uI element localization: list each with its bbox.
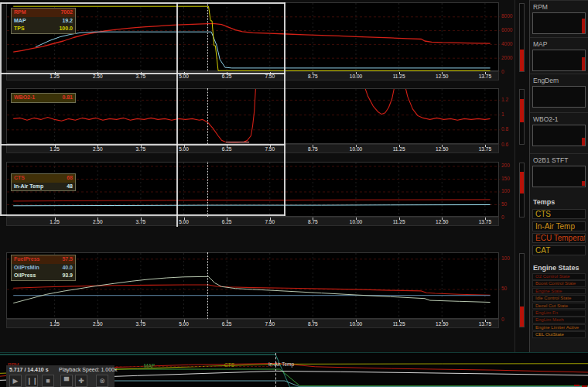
legend-series-value: 100.0	[59, 26, 73, 33]
press-gauge-fill	[520, 307, 524, 327]
temp-gauge-fill	[520, 172, 524, 194]
x-tick-label: 13.75	[479, 146, 491, 152]
x-tick-label: 6.25	[222, 321, 232, 327]
x-tick-label: 11.25	[393, 146, 405, 152]
chart-legend-1[interactable]: RPM7002MAP19.2TPS100.0	[11, 8, 76, 34]
chart-plot-4[interactable]	[6, 252, 499, 319]
legend-series-name: OilPrsMin	[14, 265, 39, 272]
stop-button[interactable]: ■	[42, 375, 54, 387]
x-tick-label: 2.50	[93, 74, 103, 79]
selection-start-line[interactable]	[176, 2, 178, 227]
legend-series-name: In-Air Temp	[14, 183, 43, 190]
legend-row[interactable]: RPM7002	[12, 9, 75, 17]
y-tick-label: 1.2	[501, 97, 508, 102]
legend-series-value: 7002	[60, 9, 73, 16]
engine-state-item-engine-limiter-active[interactable]: Engine Limiter Active	[532, 324, 586, 331]
sidebar-gauge-box-o2b1-stft[interactable]	[532, 166, 586, 187]
sidebar-divider	[530, 153, 588, 154]
y-tick-label: 100	[501, 255, 510, 261]
y-tick-label: 0.8	[501, 126, 508, 132]
chart-plot-3[interactable]	[6, 162, 499, 217]
overview-label-map: MAP	[144, 363, 155, 368]
legend-series-value: 93.9	[62, 272, 73, 279]
selection-left-edge[interactable]	[0, 2, 2, 216]
x-tick-label: 3.75	[136, 74, 146, 79]
playhead-cursor[interactable]	[207, 88, 208, 144]
legend-series-value: 40.0	[62, 265, 73, 272]
speed-down-button[interactable]: ▀	[60, 375, 73, 387]
y-tick-label: 0	[501, 214, 504, 220]
x-axis-strip-3: 1.252.503.755.006.257.508.7510.0011.2512…	[6, 217, 499, 226]
temps-item-in-air-temp[interactable]: In-Air Temp	[532, 221, 586, 231]
chart-legend-2[interactable]: WBO2-10.81	[11, 93, 76, 103]
sidebar-gauge-box-engdem[interactable]	[532, 86, 586, 108]
chart-legend-3[interactable]: CTS68In-Air Temp48	[11, 173, 76, 191]
sidebar-gauge-box-map[interactable]	[532, 50, 586, 71]
playhead-cursor[interactable]	[207, 162, 208, 217]
temps-item-ecu-temperature[interactable]: ECU Temperature	[532, 233, 586, 243]
temps-section-header: Temps	[533, 198, 555, 206]
x-tick-label: 10.00	[350, 321, 362, 327]
sidebar-divider	[530, 74, 588, 74]
x-tick-label: 10.00	[350, 146, 362, 152]
temps-item-cat[interactable]: CAT	[532, 245, 586, 255]
legend-row[interactable]: FuelPress57.5	[12, 255, 75, 264]
overview-playhead[interactable]	[275, 353, 276, 387]
legend-row[interactable]: WBO2-10.81	[12, 94, 75, 102]
legend-series-name: WBO2-1	[14, 94, 35, 101]
playhead-cursor[interactable]	[207, 2, 208, 71]
sidebar-divider	[530, 37, 588, 38]
y-tick-label: 0	[501, 317, 504, 322]
chart-legend-4[interactable]: FuelPress57.5OilPrsMin40.0OilPress93.9	[11, 255, 76, 281]
log-viewer-app: 1.252.503.755.006.257.508.7510.0011.2512…	[0, 0, 588, 387]
legend-series-name: FuelPress	[14, 256, 39, 263]
chart-plot-2[interactable]	[6, 88, 499, 144]
engine-state-item-englim-fn[interactable]: EngLim Fn	[532, 310, 586, 317]
y-tick-label: 50	[501, 286, 507, 291]
selection-bottom-edge[interactable]	[1, 214, 285, 216]
x-tick-label: 1.25	[50, 321, 60, 327]
play-button[interactable]: ▶	[9, 375, 22, 387]
sidebar-gauge-box-rpm[interactable]	[532, 12, 586, 34]
engine-state-item-boost-control-state[interactable]: Boost Control State	[532, 280, 586, 287]
speed-up-button[interactable]: ✚	[75, 375, 87, 387]
legend-row[interactable]: OilPrsMin40.0	[12, 264, 75, 272]
engine-state-item-idle-control-state[interactable]: Idle Control State	[532, 295, 586, 302]
y-tick-label: 200	[501, 163, 510, 168]
pause-button[interactable]: ❙❙	[26, 375, 38, 387]
engine-state-item-decel-cut-state[interactable]: Decel Cut State	[532, 303, 586, 310]
selection-top-edge[interactable]	[1, 2, 285, 4]
legend-row[interactable]: MAP19.2	[12, 17, 75, 26]
legend-row[interactable]: In-Air Temp48	[12, 183, 75, 191]
y-tick-label: 150	[501, 176, 510, 181]
sidebar-divider	[530, 0, 588, 1]
x-tick-label: 7.50	[265, 74, 275, 79]
selection-row-divider-1	[1, 73, 285, 74]
overview-label-cts: CTS	[224, 362, 234, 368]
x-tick-label: 7.50	[265, 146, 275, 152]
x-tick-label: 11.25	[393, 74, 405, 79]
engine-state-item-o2-control-state[interactable]: O2 Control State	[532, 273, 586, 280]
engine-state-item-englim-mech[interactable]: EngLim Mech	[532, 317, 586, 324]
legend-row[interactable]: CTS68	[12, 174, 75, 183]
sidebar-gauge-label-o2b1-stft: O2B1 STFT	[533, 156, 568, 164]
engine-state-item-cel-outstate[interactable]: CEL OutState	[532, 331, 586, 338]
temps-item-cts[interactable]: CTS	[532, 209, 586, 219]
chart-plot-1[interactable]	[6, 2, 499, 71]
legend-row[interactable]: TPS100.0	[12, 25, 75, 33]
x-tick-label: 7.50	[265, 321, 275, 327]
y-tick-label: 6000	[501, 27, 512, 33]
engine-state-item-engine-state[interactable]: Engine State	[532, 288, 586, 295]
x-tick-label: 2.50	[93, 146, 103, 152]
selection-row-divider-2	[1, 144, 285, 146]
sidebar-gauge-box-wbo2-1[interactable]	[532, 125, 586, 146]
playhead-cursor[interactable]	[207, 252, 208, 319]
y-tick-label: 4000	[501, 41, 512, 46]
legend-series-name: CTS	[14, 175, 25, 182]
selection-right-edge[interactable]	[284, 2, 285, 216]
x-tick-label: 5.00	[179, 219, 189, 224]
legend-row[interactable]: OilPress93.9	[12, 272, 75, 280]
legend-series-value: 48	[67, 183, 73, 190]
overview-strip[interactable]: 5.717 / 14.410 s Playback Speed: 1.000x …	[0, 352, 588, 387]
cancel-button[interactable]: ⊗	[96, 375, 108, 387]
